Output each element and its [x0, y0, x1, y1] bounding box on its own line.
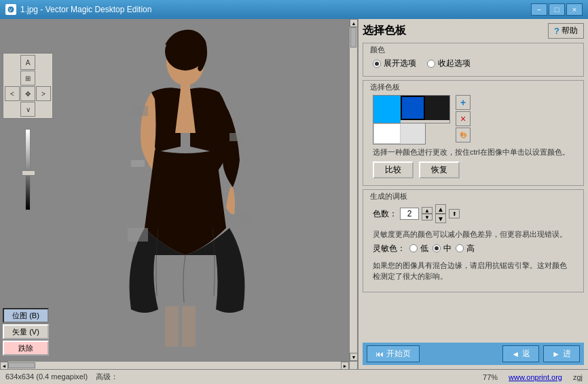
help-label: 帮助 [562, 25, 578, 37]
scroll-left-arrow[interactable]: ◄ [0, 362, 8, 369]
swatch-cyan[interactable] [373, 96, 401, 123]
canvas-image [77, 24, 280, 364]
app-icon: V [5, 4, 16, 15]
panel-title: 选择色板 [363, 24, 406, 38]
vector-mode-button[interactable]: 矢量 (V) [3, 324, 49, 339]
svg-rect-6 [165, 306, 179, 347]
home-label: 开始页 [386, 348, 411, 360]
home-button[interactable]: ⏮ 开始页 [367, 345, 420, 362]
main-container: ▲ ▼ ◄ ► A ⊞ < ✥ > ∨ [0, 19, 588, 369]
expand-label: 展开选项 [384, 58, 416, 69]
color-count-input[interactable] [400, 208, 419, 220]
svg-rect-12 [233, 214, 250, 225]
svg-rect-9 [131, 160, 145, 167]
color-count-row: 色数： ▲ ▼ ▲ ▼ ⬆ [373, 204, 574, 223]
help-button[interactable]: ? 帮助 [548, 23, 584, 39]
toolbar-group-zoom: A ⊞ < ✥ > ∨ [3, 53, 53, 119]
swatch-black[interactable] [425, 96, 449, 120]
zoom-in-button[interactable]: A [20, 55, 35, 70]
back-button[interactable]: ◄ 返 [502, 345, 539, 362]
close-button[interactable]: × [566, 3, 583, 16]
sens-low-option[interactable]: 低 [409, 243, 428, 254]
count-up-small[interactable]: ▲ [422, 207, 433, 214]
radio-group: 展开选项 收起选项 [373, 58, 574, 69]
zoom-slider-track[interactable] [25, 129, 31, 210]
bitmap-mode-button[interactable]: 位图 (B) [3, 308, 49, 323]
sens-low-radio[interactable] [409, 244, 418, 252]
palette-action-row: 比较 恢复 [373, 161, 574, 178]
sens-mid-option[interactable]: 中 [433, 243, 452, 254]
title-left: V 1.jpg - Vector Magic Desktop Edition [5, 4, 151, 15]
remove-color-button[interactable]: × [456, 111, 471, 126]
count-up-large[interactable]: ▲ [435, 204, 446, 214]
left-panel: ▲ ▼ ◄ ► A ⊞ < ✥ > ∨ [0, 19, 357, 369]
nav-center-buttons: ◄ 返 ► 进 [502, 345, 580, 362]
pan-right-button[interactable]: > [36, 86, 51, 101]
scroll-corner [349, 361, 357, 369]
compare-button[interactable]: 比较 [373, 161, 414, 178]
swatch-white[interactable] [373, 123, 401, 144]
rotate-button[interactable]: ⊞ [20, 71, 35, 85]
zoom-slider-thumb[interactable] [22, 170, 35, 176]
maximize-button[interactable]: □ [549, 3, 565, 16]
palette-section: 选择色板 [363, 80, 584, 186]
collapse-option[interactable]: 收起选项 [427, 58, 471, 69]
restore-button[interactable]: 恢复 [419, 161, 460, 178]
remove-button[interactable]: 跌除 [3, 341, 49, 356]
zoom-level: 77% [483, 373, 498, 381]
svg-rect-10 [229, 133, 243, 141]
pan-left-button[interactable]: < [5, 86, 20, 101]
palette-section-title: 选择色板 [367, 82, 579, 92]
minimize-button[interactable]: − [531, 3, 547, 16]
horizontal-scrollbar[interactable]: ◄ ► [0, 361, 349, 369]
left-toolbar: A ⊞ < ✥ > ∨ [3, 53, 53, 213]
swatch-light[interactable] [401, 123, 425, 144]
pan-center-button[interactable]: ✥ [20, 86, 35, 101]
sens-mid-label: 中 [443, 243, 452, 254]
count-arrows: ▲ ▼ [422, 207, 433, 220]
expand-option[interactable]: 展开选项 [373, 58, 416, 69]
collapse-radio[interactable] [427, 60, 435, 68]
palette-hint: 选择一种颜色进行更改，按住ctrl在图像中单击以设置颜色。 [373, 147, 574, 157]
zoom-out-button[interactable]: ∨ [20, 102, 35, 117]
next-button[interactable]: ► 进 [543, 345, 580, 362]
sens-mid-radio[interactable] [433, 244, 441, 252]
website-link[interactable]: www.onprint.org [509, 373, 562, 381]
status-left: 634x634 (0.4 megapixel) 高级： [5, 372, 118, 382]
color-count-label: 色数： [373, 208, 397, 220]
window-title: 1.jpg - Vector Magic Desktop Edition [20, 5, 151, 14]
scroll-right-arrow[interactable]: ► [341, 362, 349, 369]
sensitivity-description: 灵敏度更高的颜色可以减小颜色差异，但更容易出现错误。 [373, 229, 574, 240]
zoom-slider-container [25, 126, 31, 213]
next-icon: ► [552, 349, 560, 359]
bottom-navigation: ⏮ 开始页 ◄ 返 ► 进 [363, 343, 584, 365]
vertical-scrollbar[interactable]: ▲ ▼ [349, 19, 357, 361]
status-right: 77% www.onprint.org zgj [483, 373, 583, 381]
palette-action-buttons: + × 🎨 [456, 95, 471, 142]
count-down-large[interactable]: ▼ [435, 214, 446, 223]
collapse-label: 收起选项 [438, 58, 471, 69]
expand-radio[interactable] [373, 60, 381, 68]
count-max-button[interactable]: ⬆ [449, 209, 460, 218]
back-icon: ◄ [511, 349, 519, 359]
palette-wrapper: + × 🎨 [373, 95, 574, 145]
scroll-down-arrow[interactable]: ▼ [350, 353, 357, 361]
color-picker-button[interactable]: 🎨 [456, 128, 471, 142]
scroll-up-arrow[interactable]: ▲ [350, 19, 357, 27]
scroll-thumb-h[interactable] [8, 362, 35, 368]
sens-high-label: 高 [466, 243, 475, 254]
add-color-button[interactable]: + [456, 95, 471, 110]
sens-high-option[interactable]: 高 [456, 243, 475, 254]
sens-high-radio[interactable] [456, 244, 464, 252]
color-options: 展开选项 收起选项 [367, 55, 579, 72]
image-dimensions: 634x634 (0.4 megapixel) [5, 372, 88, 381]
right-panel-header: 选择色板 ? 帮助 [363, 23, 584, 39]
palette-content: + × 🎨 选择一种颜色进行更改，按住ctrl在图像中单击以设置颜色。 比较 恢… [367, 92, 579, 181]
count-down-small[interactable]: ▼ [422, 214, 433, 220]
scroll-thumb-v[interactable] [350, 27, 356, 47]
canvas-area[interactable]: ▲ ▼ ◄ ► [0, 19, 357, 369]
swatch-blue[interactable] [401, 96, 425, 120]
anti-alias-description: 如果您的图像具有混合边缘，请启用抗锯齿引擎。这对颜色检测定了很大的影响。 [373, 260, 574, 282]
image-container [0, 19, 357, 369]
quality-label: 高级： [96, 372, 118, 381]
